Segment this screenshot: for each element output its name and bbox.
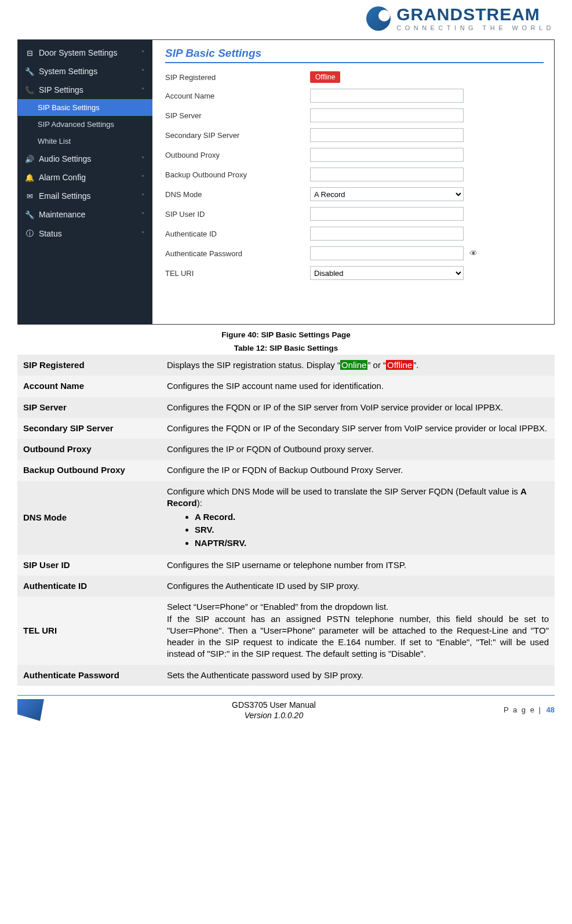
- authenticate-id-input[interactable]: [310, 227, 464, 241]
- row-outbound-proxy: Outbound Proxy: [165, 148, 544, 162]
- table-row: SIP ServerConfigures the FQDN or IP of t…: [17, 397, 555, 418]
- sidebar-item-label: Maintenance: [39, 210, 85, 219]
- sidebar-item-maintenance[interactable]: 🔧Maintenance ˅: [18, 205, 152, 224]
- brand-header: GRANDSTREAM CONNECTING THE WORLD: [17, 6, 555, 31]
- table-row: Secondary SIP ServerConfigures the FQDN …: [17, 418, 555, 439]
- cell-key: Outbound Proxy: [17, 439, 161, 460]
- sidebar-item-door-system-settings[interactable]: ⊟Door System Settings ˅: [18, 43, 152, 62]
- info-icon: ⓘ: [25, 228, 34, 239]
- chevron-down-icon: ˅: [141, 68, 144, 75]
- sidebar-sub-sip-advanced-settings[interactable]: SIP Advanced Settings: [18, 116, 152, 133]
- wrench-icon: 🔧: [25, 210, 34, 219]
- chevron-down-icon: ˅: [141, 50, 144, 56]
- list-item: SRV.: [195, 524, 549, 536]
- sidebar-item-audio-settings[interactable]: 🔊Audio Settings ˅: [18, 150, 152, 168]
- chevron-down-icon: ˅: [141, 156, 144, 162]
- cell-key: Account Name: [17, 376, 161, 396]
- screenshot-figure: ⊟Door System Settings ˅ 🔧System Settings…: [17, 39, 555, 325]
- cell-value: Configures the FQDN or IP of the SIP ser…: [161, 397, 555, 418]
- field-label: Outbound Proxy: [165, 151, 310, 159]
- cell-value: Configures the FQDN or IP of the Seconda…: [161, 418, 555, 439]
- sidebar-sub-label: SIP Advanced Settings: [38, 120, 114, 129]
- table-row: Backup Outbound ProxyConfigure the IP or…: [17, 460, 555, 481]
- secondary-sip-server-input[interactable]: [310, 128, 464, 142]
- field-label: DNS Mode: [165, 190, 310, 199]
- sidebar-item-alarm-config[interactable]: 🔔Alarm Config ˅: [18, 168, 152, 187]
- brand-name: GRANDSTREAM: [396, 6, 555, 23]
- authenticate-password-input[interactable]: [310, 246, 464, 260]
- dns-mode-select[interactable]: A Record: [310, 187, 464, 201]
- sidebar-sub-label: White List: [38, 137, 71, 145]
- cell-key: Authenticate Password: [17, 665, 161, 686]
- table-row: SIP Registered Displays the SIP registra…: [17, 355, 555, 376]
- cell-value: Configures the IP or FQDN of Outbound pr…: [161, 439, 555, 460]
- list-item: NAPTR/SRV.: [195, 537, 549, 549]
- sidebar-item-status[interactable]: ⓘStatus ˅: [18, 224, 152, 243]
- sidebar-item-system-settings[interactable]: 🔧System Settings ˅: [18, 62, 152, 81]
- table-row: DNS Mode Configure which DNS Mode will b…: [17, 481, 555, 555]
- offline-pill: Offline: [386, 360, 413, 370]
- sidebar: ⊟Door System Settings ˅ 🔧System Settings…: [18, 40, 152, 324]
- field-label: SIP User ID: [165, 210, 310, 219]
- cell-key: Authenticate ID: [17, 576, 161, 596]
- cell-key: TEL URI: [17, 596, 161, 664]
- tel-uri-select[interactable]: Disabled: [310, 266, 464, 280]
- sidebar-item-label: Status: [39, 229, 62, 238]
- sidebar-item-label: Door System Settings: [39, 48, 117, 57]
- table-row: TEL URI Select “User=Phone” or “Enabled”…: [17, 596, 555, 664]
- row-secondary-sip-server: Secondary SIP Server: [165, 128, 544, 142]
- table-row: Account NameConfigures the SIP account n…: [17, 376, 555, 396]
- cell-key: Backup Outbound Proxy: [17, 460, 161, 481]
- outbound-proxy-input[interactable]: [310, 148, 464, 162]
- card-icon: ⊟: [25, 49, 34, 57]
- table-caption: Table 12: SIP Basic Settings: [17, 344, 555, 352]
- field-label: Secondary SIP Server: [165, 131, 310, 140]
- cell-key: DNS Mode: [17, 481, 161, 555]
- list-item: A Record.: [195, 511, 549, 523]
- cell-value: Configure the IP or FQDN of Backup Outbo…: [161, 460, 555, 481]
- bell-icon: 🔔: [25, 173, 34, 182]
- field-label: Backup Outbound Proxy: [165, 170, 310, 179]
- sidebar-item-label: Alarm Config: [39, 173, 86, 182]
- chevron-down-icon: ˅: [141, 212, 144, 218]
- sip-user-id-input[interactable]: [310, 207, 464, 221]
- sip-server-input[interactable]: [310, 108, 464, 122]
- chevron-down-icon: ˅: [141, 193, 144, 199]
- mail-icon: ✉: [25, 192, 34, 201]
- field-label: Authenticate Password: [165, 249, 310, 258]
- sidebar-item-sip-settings[interactable]: 📞SIP Settings ˄: [18, 81, 152, 99]
- cell-value: Select “User=Phone” or “Enabled” from th…: [161, 596, 555, 664]
- cell-value: Configure which DNS Mode will be used to…: [161, 481, 555, 555]
- row-account-name: Account Name: [165, 89, 544, 103]
- eye-icon[interactable]: 👁: [469, 249, 478, 258]
- settings-panel: SIP Basic Settings SIP Registered Offlin…: [152, 40, 554, 324]
- brand-logo-icon: [366, 6, 391, 31]
- footer-version: Version 1.0.0.20: [44, 710, 504, 721]
- sidebar-sub-sip-basic-settings[interactable]: SIP Basic Settings: [18, 99, 152, 116]
- wrench-icon: 🔧: [25, 67, 34, 76]
- cell-key: SIP Server: [17, 397, 161, 418]
- page-footer: GDS3705 User Manual Version 1.0.0.20 P a…: [17, 696, 555, 721]
- account-name-input[interactable]: [310, 89, 464, 103]
- chevron-up-icon: ˄: [141, 87, 144, 93]
- sidebar-sub-white-list[interactable]: White List: [18, 133, 152, 150]
- panel-title: SIP Basic Settings: [165, 47, 544, 63]
- status-badge-offline: Offline: [310, 71, 340, 83]
- chevron-down-icon: ˅: [141, 231, 144, 237]
- table-row: SIP User IDConfigures the SIP username o…: [17, 555, 555, 576]
- cell-value: Displays the SIP registration status. Di…: [161, 355, 555, 376]
- sidebar-item-email-settings[interactable]: ✉Email Settings ˅: [18, 187, 152, 205]
- field-label: TEL URI: [165, 269, 310, 278]
- cell-key: Secondary SIP Server: [17, 418, 161, 439]
- row-authenticate-password: Authenticate Password 👁: [165, 246, 544, 260]
- brand-tagline: CONNECTING THE WORLD: [396, 24, 555, 31]
- sidebar-sub-label: SIP Basic Settings: [38, 103, 100, 112]
- row-sip-server: SIP Server: [165, 108, 544, 122]
- footer-page: P a g e | 48: [504, 705, 555, 714]
- speaker-icon: 🔊: [25, 155, 34, 163]
- field-label: Account Name: [165, 92, 310, 100]
- backup-outbound-proxy-input[interactable]: [310, 168, 464, 181]
- phone-icon: 📞: [25, 86, 34, 94]
- row-sip-user-id: SIP User ID: [165, 207, 544, 221]
- field-label: SIP Registered: [165, 73, 310, 82]
